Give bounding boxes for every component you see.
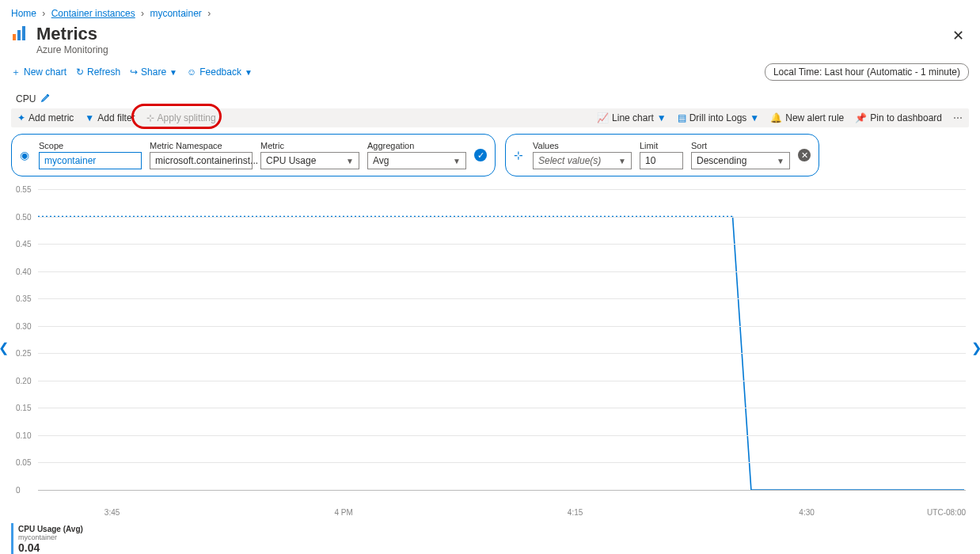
filter-icon: ▼ bbox=[85, 112, 94, 123]
time-range-picker[interactable]: Local Time: Last hour (Automatic - 1 min… bbox=[765, 63, 969, 81]
values-label: Values bbox=[533, 141, 632, 150]
metrics-icon bbox=[11, 24, 30, 47]
scope-label: Scope bbox=[39, 141, 142, 150]
legend-series-name: CPU Usage (Avg) bbox=[18, 525, 83, 533]
new-alert-rule-button[interactable]: 🔔New alert rule bbox=[770, 112, 844, 123]
chevron-down-icon: ▼ bbox=[169, 68, 177, 77]
sort-label: Sort bbox=[691, 141, 790, 150]
line-chart-icon: 📈 bbox=[597, 112, 609, 123]
splitting-pill: ⊹ Values Select value(s)▼ Limit 10 Sort … bbox=[505, 134, 819, 176]
chevron-down-icon: ▼ bbox=[777, 157, 784, 165]
svg-rect-1 bbox=[17, 30, 21, 40]
chevron-down-icon: ▼ bbox=[245, 68, 253, 77]
breadcrumb: Home › Container instances › mycontainer… bbox=[11, 8, 969, 19]
chart-name: CPU bbox=[16, 93, 36, 104]
split-icon: ⊹ bbox=[146, 112, 154, 123]
pin-to-dashboard-button[interactable]: 📌Pin to dashboard bbox=[855, 112, 942, 123]
next-chart-button[interactable]: ❯ bbox=[971, 340, 980, 355]
close-button[interactable]: ✕ bbox=[948, 24, 969, 47]
split-icon: ⊹ bbox=[514, 149, 523, 161]
chevron-right-icon: › bbox=[138, 8, 147, 19]
breadcrumb-home[interactable]: Home bbox=[11, 8, 36, 19]
chevron-down-icon: ▼ bbox=[346, 157, 354, 165]
split-values-selector[interactable]: Select value(s)▼ bbox=[533, 152, 632, 169]
page-subtitle: Azure Monitoring bbox=[36, 44, 108, 55]
legend-item[interactable]: CPU Usage (Avg) mycontainer 0.04 bbox=[11, 523, 88, 554]
refresh-button[interactable]: ↻Refresh bbox=[76, 66, 120, 78]
plus-icon: ＋ bbox=[11, 66, 21, 79]
chevron-down-icon: ▼ bbox=[618, 157, 626, 165]
namespace-label: Metric Namespace bbox=[150, 141, 253, 150]
drill-into-logs-button[interactable]: ▤Drill into Logs▼ bbox=[678, 112, 760, 123]
svg-rect-2 bbox=[22, 26, 25, 40]
namespace-selector[interactable]: microsoft.containerinst...▼ bbox=[150, 152, 253, 169]
refresh-icon: ↻ bbox=[76, 66, 84, 78]
new-chart-button[interactable]: ＋New chart bbox=[11, 66, 66, 79]
pin-icon: 📌 bbox=[855, 112, 867, 123]
breadcrumb-container-instances[interactable]: Container instances bbox=[51, 8, 135, 19]
chevron-down-icon: ▼ bbox=[750, 112, 759, 123]
limit-label: Limit bbox=[640, 141, 683, 150]
drill-icon: ▤ bbox=[678, 112, 686, 123]
chevron-down-icon: ▼ bbox=[453, 157, 461, 165]
chevron-right-icon: › bbox=[39, 8, 48, 19]
more-options-button[interactable]: ⋯ bbox=[953, 112, 963, 123]
edit-chart-name-button[interactable] bbox=[40, 92, 51, 105]
legend-resource-name: mycontainer bbox=[18, 533, 83, 541]
metric-valid-icon: ✓ bbox=[474, 149, 487, 161]
timezone-label: UTC-08:00 bbox=[927, 508, 966, 517]
prev-chart-button[interactable]: ❮ bbox=[0, 340, 9, 355]
breadcrumb-resource[interactable]: mycontainer bbox=[150, 8, 201, 19]
split-limit-input[interactable]: 10 bbox=[640, 152, 683, 169]
metric-selector[interactable]: CPU Usage▼ bbox=[260, 152, 359, 169]
share-button[interactable]: ↪Share▼ bbox=[130, 66, 177, 78]
split-sort-selector[interactable]: Descending▼ bbox=[691, 152, 790, 169]
metric-scope-pill: ◉ Scope mycontainer Metric Namespace mic… bbox=[11, 134, 496, 176]
chart-type-button[interactable]: 📈Line chart▼ bbox=[597, 112, 667, 123]
apply-splitting-button[interactable]: ⊹Apply splitting bbox=[146, 112, 216, 123]
sparkle-icon: ✦ bbox=[17, 112, 25, 123]
resource-icon: ◉ bbox=[20, 149, 29, 161]
aggregation-selector[interactable]: Avg▼ bbox=[367, 152, 466, 169]
share-icon: ↪ bbox=[130, 66, 138, 78]
legend-value: 0.04 bbox=[18, 541, 83, 554]
chevron-right-icon: › bbox=[204, 8, 214, 19]
metrics-chart[interactable]: UTC-08:00 00.050.100.150.200.250.300.350… bbox=[11, 189, 969, 506]
aggregation-label: Aggregation bbox=[367, 141, 466, 150]
svg-rect-0 bbox=[13, 34, 16, 40]
smiley-icon: ☺ bbox=[187, 66, 196, 78]
scope-selector[interactable]: mycontainer bbox=[39, 152, 142, 169]
feedback-button[interactable]: ☺Feedback▼ bbox=[187, 66, 253, 78]
add-metric-button[interactable]: ✦Add metric bbox=[17, 112, 74, 123]
alert-icon: 🔔 bbox=[770, 112, 782, 123]
chart-toolbar: ✦Add metric ▼Add filter ⊹Apply splitting… bbox=[11, 108, 969, 127]
chevron-down-icon: ▼ bbox=[657, 112, 667, 123]
remove-splitting-button[interactable]: ✕ bbox=[798, 149, 811, 161]
add-filter-button[interactable]: ▼Add filter bbox=[85, 112, 135, 123]
metric-label: Metric bbox=[260, 141, 359, 150]
page-title: Metrics bbox=[36, 24, 108, 44]
